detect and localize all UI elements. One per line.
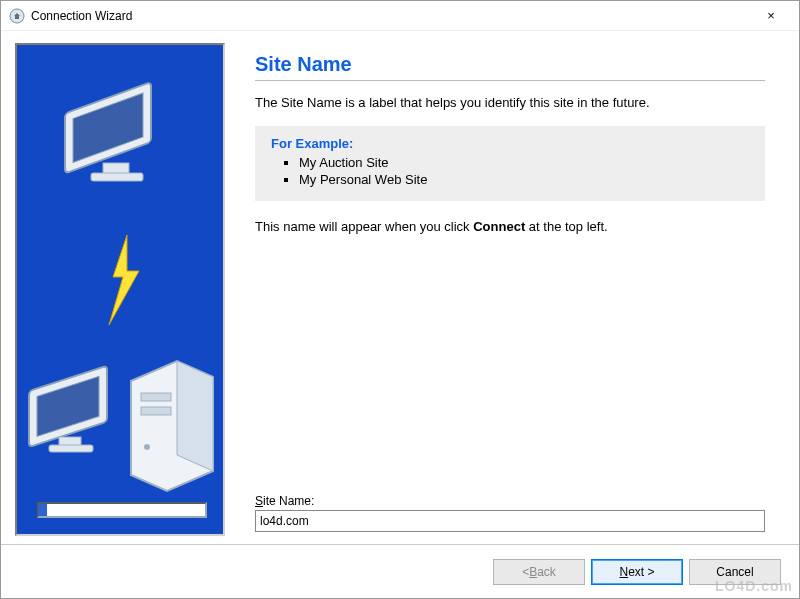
close-button[interactable]: × [751, 2, 791, 30]
titlebar: Connection Wizard × [1, 1, 799, 31]
example-list: My Auction Site My Personal Web Site [299, 155, 749, 187]
svg-rect-4 [91, 173, 143, 181]
svg-rect-8 [49, 445, 93, 452]
heading-divider [255, 80, 765, 81]
example-item: My Personal Web Site [299, 172, 749, 187]
site-name-field: Site Name: [255, 494, 765, 532]
window-title: Connection Wizard [31, 9, 132, 23]
svg-marker-10 [177, 361, 213, 471]
content-area: Site Name The Site Name is a label that … [1, 31, 799, 544]
next-button[interactable]: Next > [591, 559, 683, 585]
wizard-side-graphic [15, 43, 225, 536]
wizard-main-panel: Site Name The Site Name is a label that … [235, 43, 785, 536]
page-description: The Site Name is a label that helps you … [255, 95, 765, 110]
site-name-label: Site Name: [255, 494, 314, 508]
svg-rect-12 [141, 407, 171, 415]
example-label: For Example: [271, 136, 749, 151]
close-icon: × [767, 8, 775, 23]
wizard-window: Connection Wizard × [0, 0, 800, 599]
back-button[interactable]: < Back [493, 559, 585, 585]
svg-point-13 [144, 444, 150, 450]
page-heading: Site Name [255, 53, 765, 76]
button-bar: < Back Next > Cancel LO4D.com [1, 544, 799, 598]
svg-rect-11 [141, 393, 171, 401]
cancel-button[interactable]: Cancel [689, 559, 781, 585]
app-icon [9, 8, 25, 24]
example-box: For Example: My Auction Site My Personal… [255, 126, 765, 201]
example-item: My Auction Site [299, 155, 749, 170]
page-note: This name will appear when you click Con… [255, 219, 765, 234]
site-name-input[interactable] [255, 510, 765, 532]
